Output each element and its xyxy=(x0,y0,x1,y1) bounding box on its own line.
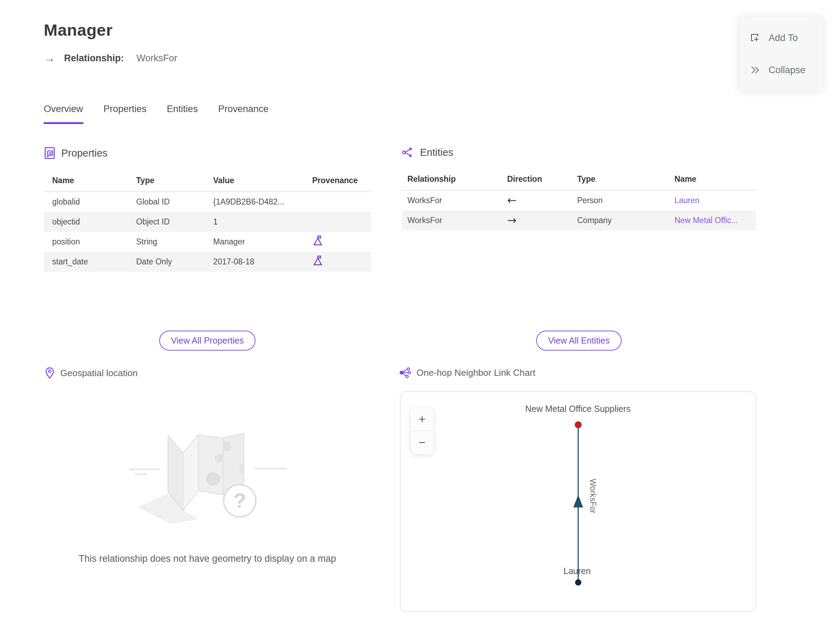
page-title: Manager xyxy=(44,20,113,40)
relationship-type-value: WorksFor xyxy=(136,53,177,64)
collapse-label: Collapse xyxy=(769,65,805,76)
entities-section-header: Entities xyxy=(402,146,756,158)
chart-node-company[interactable] xyxy=(575,421,582,428)
relationship-detail-page: Manager → Relationship: WorksFor Add To … xyxy=(0,0,840,636)
property-type: Object ID xyxy=(128,212,205,232)
zoom-out-button[interactable]: − xyxy=(411,431,433,455)
property-value: 2017-08-18 xyxy=(205,252,304,272)
entity-relationship: WorksFor xyxy=(402,190,502,210)
tab-overview[interactable]: Overview xyxy=(44,104,83,124)
provenance-flag-icon[interactable] xyxy=(312,255,324,266)
geospatial-section-header: Geospatial location xyxy=(45,367,137,379)
chart-node-label-person: Lauren xyxy=(564,566,591,576)
add-to-label: Add To xyxy=(769,33,798,43)
property-provenance xyxy=(304,192,371,212)
property-name: objectid xyxy=(44,212,128,232)
property-value: Manager xyxy=(205,232,304,252)
map-placeholder-illustration: ? xyxy=(126,420,291,529)
relationship-label: Relationship: xyxy=(64,53,124,64)
add-to-button[interactable]: Add To xyxy=(739,33,823,43)
table-row: WorksFor → Company New Metal Offic... xyxy=(402,210,756,231)
properties-table: Name Type Value Provenance globalid Glob… xyxy=(44,172,371,272)
tab-provenance[interactable]: Provenance xyxy=(218,104,268,124)
property-provenance xyxy=(304,252,371,272)
property-value: 1 xyxy=(205,212,304,232)
view-all-entities-wrap: View All Entities xyxy=(402,331,756,351)
table-row: start_date Date Only 2017-08-18 xyxy=(44,252,371,272)
entity-type: Person xyxy=(572,190,669,210)
property-type: String xyxy=(128,232,205,252)
view-all-properties-wrap: View All Properties xyxy=(44,331,371,351)
chart-zoom-control: + − xyxy=(411,407,433,454)
col-header-value: Value xyxy=(205,172,304,192)
geospatial-section-title: Geospatial location xyxy=(60,368,137,378)
provenance-flag-icon[interactable] xyxy=(312,235,324,246)
svg-text:?: ? xyxy=(234,489,246,513)
link-chart-canvas[interactable]: New Metal Office Suppliers WorksFor Laur… xyxy=(400,392,756,612)
collapse-chevrons-icon xyxy=(750,65,760,74)
view-all-properties-button[interactable]: View All Properties xyxy=(159,331,256,351)
actions-card: Add To Collapse xyxy=(739,17,823,91)
col-header-type: Type xyxy=(572,170,669,190)
entity-type: Company xyxy=(572,210,669,231)
entities-section: Entities Relationship Direction Type Nam… xyxy=(402,146,756,231)
property-name: start_date xyxy=(44,252,128,272)
view-all-entities-button[interactable]: View All Entities xyxy=(536,331,622,351)
properties-section: Properties Name Type Value Provenance gl… xyxy=(44,146,371,272)
chart-edge-arrowhead xyxy=(573,495,583,508)
property-name: position xyxy=(44,232,128,252)
entity-name-link[interactable]: New Metal Offic... xyxy=(669,210,756,231)
chart-edge-label: WorksFor xyxy=(588,479,597,514)
properties-table-header-row: Name Type Value Provenance xyxy=(44,172,371,192)
add-to-icon xyxy=(750,33,760,43)
collapse-button[interactable]: Collapse xyxy=(739,65,823,76)
tab-properties[interactable]: Properties xyxy=(104,104,147,124)
property-type: Global ID xyxy=(128,192,205,212)
properties-section-title: Properties xyxy=(61,147,107,159)
table-row: globalid Global ID {1A9DB2B6-D482... xyxy=(44,192,371,212)
col-header-type: Type xyxy=(128,172,205,192)
property-provenance xyxy=(304,232,371,252)
entities-table: Relationship Direction Type Name WorksFo… xyxy=(402,170,756,231)
direction-arrow: ← xyxy=(502,190,572,210)
property-name: globalid xyxy=(44,192,128,212)
geospatial-empty-message: This relationship does not have geometry… xyxy=(44,553,371,564)
link-chart-section-header: One-hop Neighbor Link Chart xyxy=(399,367,535,378)
col-header-provenance: Provenance xyxy=(304,172,371,192)
table-row: objectid Object ID 1 xyxy=(44,212,371,232)
entities-table-header-row: Relationship Direction Type Name xyxy=(402,170,756,190)
entities-section-title: Entities xyxy=(420,147,453,158)
link-chart-graph: New Metal Office Suppliers WorksFor Laur… xyxy=(400,392,756,611)
map-pin-icon xyxy=(45,367,55,379)
entity-relationship: WorksFor xyxy=(402,210,502,231)
link-chart-icon xyxy=(399,367,411,378)
link-chart-section-title: One-hop Neighbor Link Chart xyxy=(417,367,535,378)
property-type: Date Only xyxy=(128,252,205,272)
col-header-direction: Direction xyxy=(502,170,572,190)
tab-entities[interactable]: Entities xyxy=(167,104,198,124)
property-provenance xyxy=(304,212,371,232)
entity-name-link[interactable]: Lauren xyxy=(669,190,756,210)
properties-icon xyxy=(44,146,56,160)
relationship-subtitle: → Relationship: WorksFor xyxy=(44,52,177,64)
tab-bar: Overview Properties Entities Provenance xyxy=(44,104,268,124)
chart-node-person[interactable] xyxy=(575,579,581,585)
zoom-in-button[interactable]: + xyxy=(411,407,433,431)
table-row: WorksFor ← Person Lauren xyxy=(402,190,756,210)
table-row: position String Manager xyxy=(44,232,371,252)
col-header-relationship: Relationship xyxy=(402,170,502,190)
col-header-name: Name xyxy=(669,170,756,190)
entities-icon xyxy=(402,146,414,158)
properties-section-header: Properties xyxy=(44,146,371,160)
direction-arrow: → xyxy=(502,210,572,231)
relationship-arrow-icon: → xyxy=(44,52,55,64)
chart-node-label-company: New Metal Office Suppliers xyxy=(525,404,630,414)
col-header-name: Name xyxy=(44,172,128,192)
property-value: {1A9DB2B6-D482... xyxy=(205,192,304,212)
